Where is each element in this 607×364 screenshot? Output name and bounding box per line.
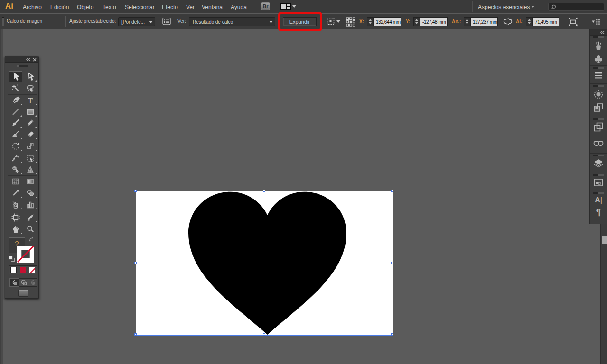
svg-text:T: T <box>28 97 33 104</box>
